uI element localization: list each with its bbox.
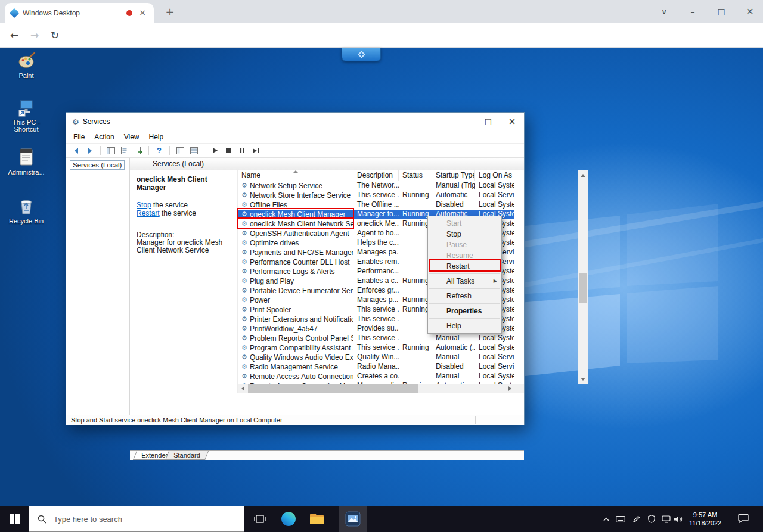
back-button[interactable]: ← <box>7 28 21 42</box>
window-close-button[interactable]: × <box>740 2 759 20</box>
taskbar-search-box[interactable]: Type here to search <box>29 506 244 532</box>
table-row[interactable]: ⚙Radio Management ServiceRadio Mana...Di… <box>238 362 514 372</box>
services-maximize-button[interactable]: □ <box>476 113 500 130</box>
cell-desc: Helps the c... <box>353 238 399 248</box>
toolbar-export-list-icon[interactable] <box>133 145 144 156</box>
menu-view[interactable]: View <box>119 131 144 143</box>
tray-pen-icon[interactable] <box>631 514 641 524</box>
toolbar-help-icon[interactable]: ? <box>154 145 165 156</box>
services-close-button[interactable]: × <box>500 113 524 130</box>
menu-help[interactable]: Help <box>144 131 169 143</box>
table-row[interactable]: ⚙Network Store Interface ServiceThis ser… <box>238 191 514 200</box>
browser-tab[interactable]: Windows Desktop × <box>5 3 154 23</box>
selected-service-name: oneclick Mesh Client Manager <box>137 175 231 192</box>
window-maximize-button[interactable]: □ <box>712 2 731 20</box>
reload-button[interactable]: ↻ <box>48 28 62 42</box>
table-row[interactable]: ⚙Problem Reports Control Panel Supp...Th… <box>238 334 514 343</box>
context-menu-item-all-tasks[interactable]: All Tasks▶ <box>428 276 501 287</box>
services-minimize-button[interactable]: – <box>452 113 476 130</box>
context-menu-item-help[interactable]: Help <box>428 321 501 331</box>
horizontal-scrollbar[interactable] <box>238 384 514 393</box>
start-button[interactable] <box>0 506 29 532</box>
tab-close-icon[interactable]: × <box>137 8 148 18</box>
search-icon <box>38 515 46 524</box>
toolbar-restart-service-icon[interactable] <box>250 145 261 156</box>
scroll-right-arrow[interactable] <box>505 384 514 393</box>
toolbar-list-view-icon[interactable] <box>188 145 199 156</box>
taskbar-edge-button[interactable] <box>274 506 303 532</box>
menu-action[interactable]: Action <box>89 131 119 143</box>
status-bar: Stop and Start service oneclick Mesh Cli… <box>66 415 524 425</box>
tray-network-icon[interactable] <box>660 514 671 524</box>
toolbar-start-service-icon[interactable] <box>209 145 220 156</box>
horizontal-scroll-thumb[interactable] <box>248 384 418 393</box>
cell-name: ⚙Problem Reports Control Panel Supp... <box>238 334 353 343</box>
forward-button[interactable]: → <box>27 28 42 42</box>
desktop-icon-this-pc[interactable]: This PC - Shortcut <box>4 98 49 133</box>
context-menu-item-stop[interactable]: Stop <box>428 229 501 239</box>
service-gear-icon: ⚙ <box>241 201 247 209</box>
cell-startup: Manual <box>432 372 475 381</box>
cell-desc: Manager fo... <box>353 210 399 219</box>
tray-security-shield-icon[interactable] <box>646 514 657 524</box>
service-gear-icon: ⚙ <box>241 182 247 190</box>
table-row[interactable]: ⚙Network Setup ServiceThe Networ...Manua… <box>238 181 514 191</box>
scroll-left-arrow[interactable] <box>238 384 247 393</box>
scroll-down-arrow[interactable] <box>578 374 588 384</box>
desktop-icon-paint[interactable]: Paint <box>4 51 49 79</box>
tray-volume-icon[interactable] <box>672 514 683 524</box>
taskbar-active-app-button[interactable] <box>339 506 367 532</box>
toolbar-back-icon[interactable] <box>71 145 82 156</box>
tab-standard[interactable]: Standard <box>165 451 209 460</box>
tray-keyboard-icon[interactable] <box>615 514 626 524</box>
context-menu-item-pause[interactable]: Pause <box>428 239 501 250</box>
table-row[interactable]: ⚙Offline FilesThe Offline ...DisabledLoc… <box>238 200 514 210</box>
stop-service-link[interactable]: Stop <box>137 201 151 209</box>
table-row[interactable]: ⚙Remote Access Auto Connection Ma...Crea… <box>238 372 514 381</box>
toolbar-properties-icon[interactable] <box>119 145 130 156</box>
toolbar-stop-service-icon[interactable] <box>223 145 234 156</box>
cell-logon: Local Syste... <box>475 200 514 210</box>
vertical-scrollbar[interactable] <box>578 170 588 384</box>
menu-file[interactable]: File <box>69 131 89 143</box>
taskbar-file-explorer-button[interactable] <box>303 506 331 532</box>
context-menu-item-restart[interactable]: Restart <box>428 261 501 272</box>
cell-status <box>399 362 432 372</box>
desktop-icon-recycle-bin[interactable]: Recycle Bin <box>4 197 49 225</box>
desktop-icon-administrator[interactable]: Administra... <box>4 148 49 176</box>
hidden-icons-chevron[interactable] <box>601 514 612 524</box>
action-center-icon[interactable] <box>738 514 749 523</box>
task-view-button[interactable] <box>246 506 274 532</box>
tree-item-services-local[interactable]: Services (Local) <box>70 160 125 170</box>
toolbar-pause-service-icon[interactable] <box>237 145 247 156</box>
column-header-startup-type[interactable]: Startup Type <box>432 170 475 181</box>
new-tab-button[interactable]: + <box>162 4 178 20</box>
vertical-scroll-thumb[interactable] <box>579 273 587 303</box>
remote-session-toolbar-handle[interactable] <box>342 48 381 61</box>
toolbar-forward-icon[interactable] <box>85 145 95 156</box>
column-header-log-on-as[interactable]: Log On As <box>475 170 514 181</box>
context-menu-item-properties[interactable]: Properties <box>428 306 501 316</box>
taskbar-clock[interactable]: 9:57 AM 11/18/2022 <box>683 508 727 530</box>
context-menu-item-refresh[interactable]: Refresh <box>428 291 501 301</box>
restart-service-suffix: the service <box>160 209 196 217</box>
recycle-bin-icon <box>17 197 35 216</box>
toolbar-console-tree-icon[interactable] <box>106 145 116 156</box>
scroll-up-arrow[interactable] <box>578 170 588 180</box>
context-menu-item-resume[interactable]: Resume <box>428 250 501 261</box>
restart-service-link[interactable]: Restart <box>137 209 160 217</box>
desktop-icon-label: Administra... <box>4 169 49 176</box>
column-header-name[interactable]: Name <box>238 170 353 181</box>
table-row[interactable]: ⚙Quality Windows Audio Video Experi...Qu… <box>238 353 514 362</box>
file-explorer-icon <box>309 513 325 525</box>
window-minimize-button[interactable]: – <box>683 2 702 20</box>
services-titlebar[interactable]: ⚙ Services – □ × <box>66 113 524 130</box>
toolbar-separator <box>204 146 204 155</box>
column-header-status[interactable]: Status <box>399 170 432 181</box>
context-menu-item-start[interactable]: Start <box>428 218 501 229</box>
cell-name: ⚙Print Spooler <box>238 305 353 315</box>
toolbar-extended-view-icon[interactable] <box>175 145 185 156</box>
window-menu-chevron-icon[interactable]: ∨ <box>655 2 674 20</box>
table-row[interactable]: ⚙Program Compatibility Assistant Ser...T… <box>238 343 514 353</box>
column-header-description[interactable]: Description <box>353 170 399 181</box>
